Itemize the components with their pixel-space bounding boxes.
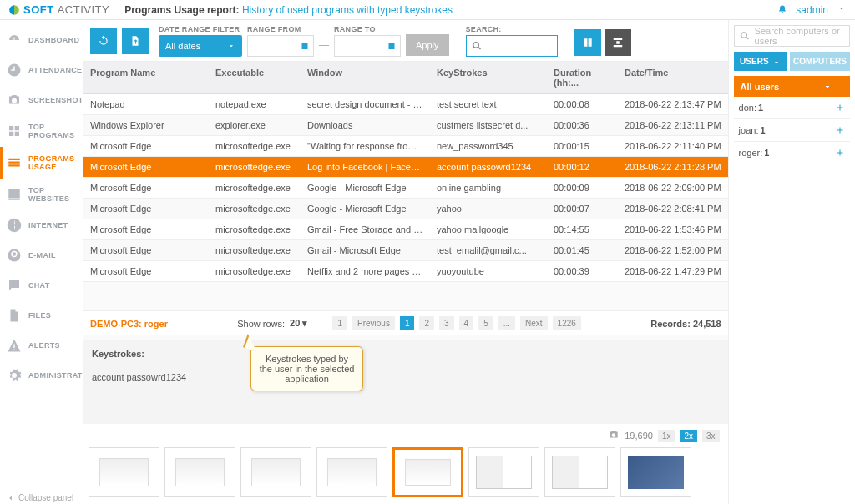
thumbnail[interactable] [240,447,311,497]
zoom-2x[interactable]: 2x [680,430,697,442]
right-panel: Search computers or users USERS COMPUTER… [728,20,855,504]
page-prev[interactable]: Previous [352,316,395,330]
page-title: Programs Usage report: History of used p… [124,4,453,16]
thumbnail[interactable] [89,447,159,497]
table-row[interactable]: Microsoft Edgemicrosoftedge.exeGoogle - … [83,199,728,219]
table-row[interactable]: Microsoft Edgemicrosoftedge.exeLog into … [83,157,728,178]
all-users-filter[interactable]: All users ✓ [734,76,850,97]
sidebar-item-chat[interactable]: CHAT [0,270,83,300]
table-row[interactable]: Microsoft Edgemicrosoftedge.exeGmail - M… [83,240,728,261]
keystrokes-panel: Keystrokes: account passowrd1234 [83,340,728,424]
sidebar-item-email[interactable]: E-MAIL [0,240,83,270]
sidebar-item-programs-usage[interactable]: PROGRAMS USAGE [0,147,83,179]
table-row[interactable]: Microsoft Edgemicrosoftedge.exe"Waiting … [83,136,728,157]
tab-computers[interactable]: COMPUTERS [790,52,850,71]
thumbnail[interactable] [620,447,691,497]
collapse-panel[interactable]: Collapse panel [7,493,73,502]
sidebar-item-dashboard[interactable]: DASHBOARD [0,25,83,55]
view-compact-button[interactable] [605,29,631,56]
view-grid-button[interactable] [574,29,601,56]
table-row[interactable]: Notepadnotepad.exesecret design document… [83,94,728,115]
user-list-item[interactable]: joan: 1 [734,119,850,142]
thumbnail[interactable] [468,447,539,497]
user-list-item[interactable]: roger: 1 [734,142,850,164]
sidebar: DASHBOARD ATTENDANCE SCREENSHOTS TOP PRO… [0,20,83,504]
date-filter-label: DATE RANGE FILTER [159,25,242,33]
page-5[interactable]: 5 [478,316,493,330]
callout: Keystrokes typed by the user in the sele… [250,346,363,391]
table-row[interactable]: Microsoft Edgemicrosoftedge.exeGoogle - … [83,178,728,199]
pager: DEMO-PC3: roger Show rows: 20 ▾ 1 Previo… [83,310,728,335]
range-from-input[interactable] [247,35,314,57]
sidebar-item-alerts[interactable]: ALERTS [0,330,83,360]
sidebar-item-administration[interactable]: ADMINISTRATION [0,360,83,391]
search-input[interactable] [466,35,558,57]
table-row[interactable]: Windows Explorerexplorer.exeDownloadscus… [83,115,728,136]
page-first[interactable]: 1 [332,316,347,330]
user-name[interactable]: sadmin [796,4,828,16]
zoom-3x[interactable]: 3x [702,430,720,442]
camera-icon [608,429,620,442]
sidebar-item-top-websites[interactable]: TOP WEBSITES [0,179,83,210]
chevron-down-icon[interactable] [837,3,847,16]
table-row[interactable]: Microsoft Edgemicrosoftedge.exeGmail - F… [83,219,728,240]
user-list-item[interactable]: don: 1 [734,97,850,119]
date-range-select[interactable]: All dates [159,35,242,57]
table-row[interactable]: Microsoft Edgemicrosoftedge.exeNetflix a… [83,261,728,282]
thumbnail[interactable] [544,447,615,497]
table-header: Program NameExecutable WindowKeyStrokes … [83,62,728,94]
thumbnail[interactable] [164,447,235,497]
screenshot-thumbnails [89,444,723,501]
sidebar-item-attendance[interactable]: ATTENDANCE [0,55,83,85]
page-4[interactable]: 4 [459,316,474,330]
page-2[interactable]: 2 [419,316,434,330]
thumbnail[interactable] [316,447,387,497]
apply-button[interactable]: Apply [406,34,449,56]
export-button[interactable] [122,28,149,54]
logo: SOFTACTIVITY [8,3,109,16]
page-next[interactable]: Next [520,316,548,330]
tab-users[interactable]: USERS [734,52,787,71]
bell-icon[interactable] [777,3,787,16]
search-users-input[interactable]: Search computers or users [734,25,850,47]
page-last[interactable]: 1226 [553,316,581,330]
screenshot-count: 19,690 [625,431,653,441]
sidebar-item-files[interactable]: FILES [0,300,83,330]
zoom-1x[interactable]: 1x [658,430,675,442]
thumbnail-selected[interactable] [392,447,463,497]
rows-select[interactable]: 20 ▾ [290,318,307,329]
sidebar-item-top-programs[interactable]: TOP PROGRAMS [0,115,83,147]
page-3[interactable]: 3 [439,316,454,330]
page-1[interactable]: 1 [400,316,415,330]
sidebar-item-screenshots[interactable]: SCREENSHOTS [0,85,83,115]
refresh-button[interactable] [90,28,117,54]
range-to-input[interactable] [334,35,401,57]
sidebar-item-internet[interactable]: INTERNET [0,210,83,240]
